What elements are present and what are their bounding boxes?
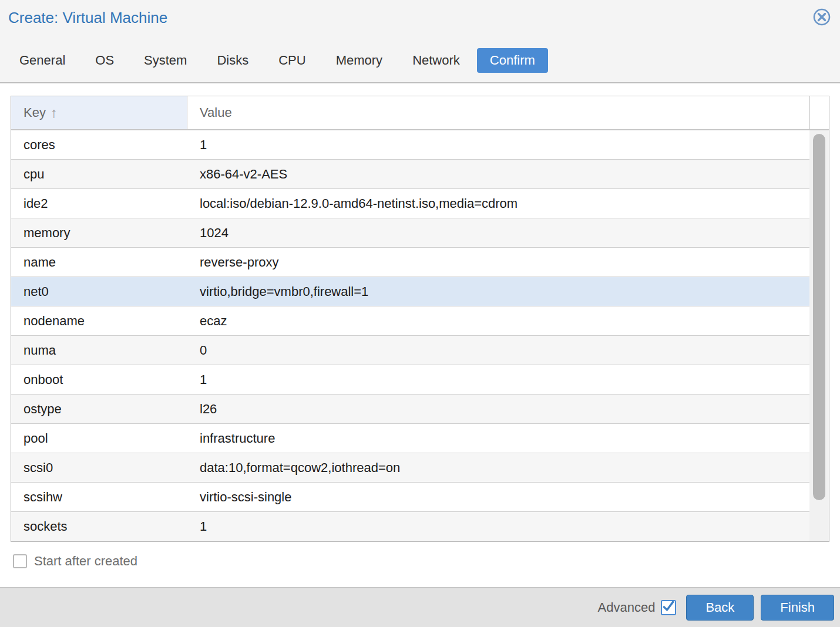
row-value-cell: x86-64-v2-AES (187, 167, 809, 182)
table-row[interactable]: cores 1 (11, 130, 809, 160)
row-value-cell: local:iso/debian-12.9.0-amd64-netinst.is… (187, 196, 809, 211)
row-value-cell: 1 (187, 372, 809, 387)
table-row[interactable]: ostype l26 (11, 395, 809, 424)
row-key-cell: scsihw (11, 490, 187, 505)
checkmark-icon (662, 600, 675, 615)
row-value-cell: ecaz (187, 314, 809, 329)
row-value-cell: reverse-proxy (187, 255, 809, 270)
row-value-cell: data:10,format=qcow2,iothread=on (187, 460, 809, 476)
tab-os[interactable]: OS (82, 48, 127, 73)
row-key-cell: pool (11, 431, 187, 446)
tab-bar: General OS System Disks CPU Memory Netwo… (6, 48, 832, 73)
grid-body: cores 1 cpu x86-64-v2-AES ide2 local:iso… (11, 130, 829, 541)
column-header-key[interactable]: Key ↑ (11, 96, 187, 129)
tab-memory[interactable]: Memory (323, 48, 395, 73)
close-button[interactable] (812, 8, 832, 28)
advanced-checkbox[interactable] (661, 600, 676, 615)
column-header-key-label: Key (23, 105, 46, 120)
tab-general[interactable]: General (6, 48, 78, 73)
summary-grid: Key ↑ Value cores 1 cpu x86-64-v2-AES (11, 96, 829, 542)
row-value-cell: l26 (187, 402, 809, 417)
row-key-cell: cpu (11, 167, 187, 182)
tab-disks[interactable]: Disks (204, 48, 261, 73)
tab-confirm[interactable]: Confirm (477, 48, 548, 73)
row-key-cell: net0 (11, 284, 187, 299)
row-value-cell: 0 (187, 343, 809, 358)
dialog-header: Create: Virtual Machine General OS Syste… (0, 0, 840, 83)
finish-button[interactable]: Finish (761, 595, 834, 621)
row-value-cell: infrastructure (187, 431, 809, 446)
close-icon (812, 7, 832, 29)
row-key-cell: memory (11, 225, 187, 241)
table-row[interactable]: pool infrastructure (11, 424, 809, 453)
row-key-cell: name (11, 255, 187, 270)
table-row[interactable]: scsihw virtio-scsi-single (11, 483, 809, 512)
row-value-cell: virtio,bridge=vmbr0,firewall=1 (187, 284, 809, 299)
row-value-cell: 1024 (187, 225, 809, 241)
row-value-cell: 1 (187, 519, 809, 534)
vertical-scrollbar[interactable] (809, 130, 829, 541)
row-value-cell: virtio-scsi-single (187, 490, 809, 505)
back-button[interactable]: Back (686, 595, 754, 621)
dialog-footer: Advanced Back Finish (0, 587, 840, 627)
row-key-cell: scsi0 (11, 460, 187, 476)
table-row[interactable]: memory 1024 (11, 218, 809, 248)
table-row[interactable]: nodename ecaz (11, 306, 809, 336)
table-row-selected[interactable]: net0 virtio,bridge=vmbr0,firewall=1 (11, 277, 809, 306)
table-row[interactable]: name reverse-proxy (11, 248, 809, 277)
row-key-cell: numa (11, 343, 187, 358)
tab-cpu[interactable]: CPU (266, 48, 318, 73)
start-after-created-field[interactable]: Start after created (13, 554, 840, 569)
grid-header: Key ↑ Value (11, 96, 829, 130)
table-row[interactable]: scsi0 data:10,format=qcow2,iothread=on (11, 453, 809, 483)
scrollbar-header-spacer (809, 96, 829, 129)
dialog-title: Create: Virtual Machine (8, 8, 832, 27)
grid-rows: cores 1 cpu x86-64-v2-AES ide2 local:iso… (11, 130, 809, 541)
scrollbar-thumb[interactable] (813, 134, 825, 500)
advanced-label: Advanced (598, 600, 656, 615)
table-row[interactable]: numa 0 (11, 336, 809, 365)
row-key-cell: ostype (11, 402, 187, 417)
row-key-cell: onboot (11, 372, 187, 387)
row-value-cell: 1 (187, 137, 809, 153)
table-row[interactable]: onboot 1 (11, 365, 809, 395)
table-row[interactable]: cpu x86-64-v2-AES (11, 160, 809, 189)
confirm-panel: Key ↑ Value cores 1 cpu x86-64-v2-AES (0, 83, 840, 627)
table-row[interactable]: sockets 1 (11, 512, 809, 541)
start-after-created-label: Start after created (34, 554, 137, 569)
start-after-created-checkbox[interactable] (13, 554, 27, 568)
row-key-cell: cores (11, 137, 187, 153)
row-key-cell: nodename (11, 314, 187, 329)
row-key-cell: ide2 (11, 196, 187, 211)
tab-system[interactable]: System (131, 48, 200, 73)
table-row[interactable]: ide2 local:iso/debian-12.9.0-amd64-netin… (11, 189, 809, 218)
create-vm-dialog: Create: Virtual Machine General OS Syste… (0, 0, 840, 627)
column-header-value-label: Value (200, 105, 232, 120)
tab-network[interactable]: Network (399, 48, 473, 73)
row-key-cell: sockets (11, 519, 187, 534)
sort-ascending-icon: ↑ (51, 105, 58, 121)
column-header-value[interactable]: Value (187, 96, 809, 129)
